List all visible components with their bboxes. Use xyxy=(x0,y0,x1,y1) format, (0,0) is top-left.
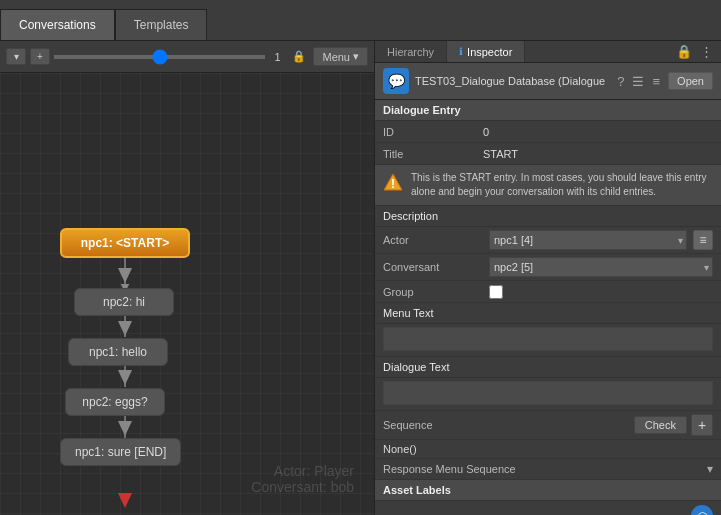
menu-text-header: Menu Text xyxy=(375,303,721,324)
title-row: Title START xyxy=(375,143,721,165)
group-checkbox[interactable] xyxy=(489,285,503,299)
inspector-tab-bar: Hierarchy ℹ Inspector xyxy=(375,41,525,62)
svg-marker-1 xyxy=(118,268,132,283)
dialogue-text-header: Dialogue Text xyxy=(375,357,721,378)
svg-marker-3 xyxy=(118,321,132,336)
inspector-top-bar: Hierarchy ℹ Inspector 🔒 ⋮ xyxy=(375,41,721,63)
actor-row: Actor npc1 [4] ≡ xyxy=(375,227,721,254)
group-row: Group xyxy=(375,281,721,303)
response-menu-label: Response Menu Sequence xyxy=(383,463,703,475)
watermark-conversant: Conversant: bob xyxy=(251,479,354,495)
tab-inspector[interactable]: ℹ Inspector xyxy=(447,41,525,62)
tab-conversations[interactable]: Conversations xyxy=(0,9,115,40)
conversant-row: Conversant npc2 [5] xyxy=(375,254,721,281)
title-value: START xyxy=(483,148,713,160)
actor-label: Actor xyxy=(383,234,483,246)
inspector-title: TEST03_Dialogue Database (Dialogue xyxy=(415,75,609,87)
graph-node-start[interactable]: npc1: <START> xyxy=(60,228,190,258)
menu-icon[interactable]: ≡ xyxy=(650,72,662,91)
asset-labels-section: Asset Labels xyxy=(375,480,721,501)
sequence-row: Sequence Check + xyxy=(375,411,721,440)
warning-box: ! This is the START entry. In most cases… xyxy=(375,165,721,206)
actor-dropdown[interactable]: npc1 [4] xyxy=(489,230,687,250)
dialogue-entry-label: Dialogue Entry xyxy=(383,104,461,116)
hierarchy-tab-label: Hierarchy xyxy=(387,46,434,58)
actor-extra-btn[interactable]: ≡ xyxy=(693,230,713,250)
conversant-dropdown[interactable]: npc2 [5] xyxy=(489,257,713,277)
tab-hierarchy[interactable]: Hierarchy xyxy=(375,41,447,62)
menu-text-input[interactable] xyxy=(383,327,713,351)
main-layout: ▾ + 1 🔒 Menu ▾ xyxy=(0,41,721,515)
check-button[interactable]: Check xyxy=(634,416,687,434)
asset-blue-btn[interactable]: ◯ xyxy=(691,505,713,515)
top-tab-bar: Conversations Templates xyxy=(0,0,721,41)
lock-icon[interactable]: 🔒 xyxy=(289,50,309,63)
sequence-label: Sequence xyxy=(383,419,630,431)
dialogue-text-input[interactable] xyxy=(383,381,713,405)
inspector-top-icons: 🔒 ⋮ xyxy=(674,42,721,61)
zoom-slider[interactable] xyxy=(54,55,265,59)
asset-labels-title: Asset Labels xyxy=(383,484,451,496)
actor-dropdown-wrap: npc1 [4] xyxy=(489,230,687,250)
menu-button[interactable]: Menu ▾ xyxy=(313,47,368,66)
graph-arrows-svg xyxy=(0,73,374,515)
asset-icon-row: ◯ xyxy=(375,501,721,515)
title-label: Title xyxy=(383,148,483,160)
graph-node-npc1-sure[interactable]: npc1: sure [END] xyxy=(60,438,181,466)
graph-node-npc1-hello[interactable]: npc1: hello xyxy=(68,338,168,366)
node-start-label: npc1: <START> xyxy=(81,236,169,250)
dialogue-text-label: Dialogue Text xyxy=(383,361,449,373)
lock-icon-inspector[interactable]: 🔒 xyxy=(674,42,694,61)
scroll-down-icon[interactable]: ▾ xyxy=(707,462,713,476)
arrow-dropdown-button[interactable]: ▾ xyxy=(6,48,26,65)
menu-text-row xyxy=(375,324,721,357)
add-node-button[interactable]: + xyxy=(30,48,50,65)
sequence-plus-button[interactable]: + xyxy=(691,414,713,436)
node-npc1-sure-label: npc1: sure [END] xyxy=(75,445,166,459)
warning-icon: ! xyxy=(383,172,403,192)
node-npc2-hi-label: npc2: hi xyxy=(103,295,145,309)
inspector-info-icon: ℹ xyxy=(459,46,463,57)
id-label: ID xyxy=(383,126,483,138)
menu-label: Menu xyxy=(322,51,350,63)
warning-text: This is the START entry. In most cases, … xyxy=(411,171,713,199)
node-npc1-hello-label: npc1: hello xyxy=(89,345,147,359)
graph-node-npc2-hi[interactable]: npc2: hi xyxy=(74,288,174,316)
svg-marker-8 xyxy=(118,493,132,508)
zoom-value: 1 xyxy=(269,51,285,63)
graph-canvas[interactable]: npc1: <START> npc2: hi npc1: hello npc2:… xyxy=(0,73,374,515)
response-menu-row: Response Menu Sequence ▾ xyxy=(375,459,721,480)
none-row: None() xyxy=(375,440,721,459)
description-label: Description xyxy=(383,210,438,222)
svg-marker-5 xyxy=(118,370,132,385)
right-panel: Hierarchy ℹ Inspector 🔒 ⋮ 💬 TEST03_Dialo… xyxy=(375,41,721,515)
graph-node-npc2-eggs[interactable]: npc2: eggs? xyxy=(65,388,165,416)
settings-icon[interactable]: ☰ xyxy=(630,72,646,91)
inspector-header: 💬 TEST03_Dialogue Database (Dialogue ? ☰… xyxy=(375,63,721,100)
id-row: ID 0 xyxy=(375,121,721,143)
watermark-actor: Actor: Player xyxy=(251,463,354,479)
id-value: 0 xyxy=(483,126,713,138)
left-panel: ▾ + 1 🔒 Menu ▾ xyxy=(0,41,375,515)
inspector-tab-label: Inspector xyxy=(467,46,512,58)
help-icon[interactable]: ? xyxy=(615,72,626,91)
graph-watermark: Actor: Player Conversant: bob xyxy=(251,463,354,495)
dialogue-entry-section: Dialogue Entry xyxy=(375,100,721,121)
graph-toolbar: ▾ + 1 🔒 Menu ▾ xyxy=(0,41,374,73)
tab-templates[interactable]: Templates xyxy=(115,9,208,40)
none-value: None() xyxy=(383,443,417,455)
open-button[interactable]: Open xyxy=(668,72,713,90)
db-icon-bubble: 💬 xyxy=(383,68,409,94)
conversations-tab-label: Conversations xyxy=(19,18,96,32)
more-options-icon[interactable]: ⋮ xyxy=(698,42,715,61)
menu-arrow-icon: ▾ xyxy=(353,50,359,63)
inspector-header-icons: ? ☰ ≡ xyxy=(615,72,662,91)
description-header: Description xyxy=(375,206,721,227)
conversant-dropdown-wrap: npc2 [5] xyxy=(489,257,713,277)
svg-marker-7 xyxy=(118,421,132,436)
inspector-body: Dialogue Entry ID 0 Title START ! This i… xyxy=(375,100,721,515)
dialogue-text-row xyxy=(375,378,721,411)
menu-text-label: Menu Text xyxy=(383,307,434,319)
db-icon: 💬 xyxy=(388,73,405,89)
node-npc2-eggs-label: npc2: eggs? xyxy=(82,395,147,409)
